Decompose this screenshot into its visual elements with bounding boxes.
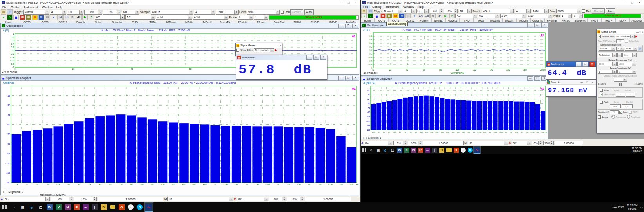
- minimize-button[interactable]: —: [636, 31, 639, 33]
- multimeter-titlebar[interactable]: ▦ Multimeter — ❐ ✕: [236, 55, 327, 60]
- menu-file[interactable]: File: [0, 5, 9, 9]
- menu-window[interactable]: Window: [40, 5, 54, 9]
- powerpoint-icon[interactable]: P: [417, 146, 424, 154]
- save-icon[interactable]: ◫: [7, 9, 13, 15]
- record-length-select[interactable]: 9600▼: [556, 9, 581, 13]
- loop-checkbox[interactable]: ✓: [619, 111, 622, 114]
- coupling-b-select[interactable]: AC▼: [125, 15, 155, 20]
- oscilloscope-titlebar[interactable]: ∿ Oscilloscope — ❐ ✕: [1, 23, 359, 29]
- dds-checkbox[interactable]: [629, 111, 632, 114]
- minimize-button[interactable]: —: [338, 24, 344, 28]
- save-icon[interactable]: ◫: [638, 47, 642, 51]
- word-icon[interactable]: W: [45, 202, 54, 212]
- taskbar-clock[interactable]: 11:37 PM4/3/2017: [627, 204, 637, 210]
- gen-channel-select[interactable]: A▼: [616, 47, 624, 51]
- minimize-button[interactable]: —: [338, 76, 344, 80]
- trigger-mode-select[interactable]: Normal▼: [383, 9, 402, 13]
- edge-icon[interactable]: e: [382, 146, 389, 154]
- speaker-icon[interactable]: ◀»: [437, 13, 442, 18]
- info-icon[interactable]: i: [459, 146, 466, 154]
- visual-studio-icon[interactable]: ∞: [81, 202, 90, 212]
- save-icon[interactable]: ◫: [368, 9, 373, 14]
- menu-window[interactable]: Window: [401, 5, 416, 9]
- channel-a-multiplier-field[interactable]: 1.00000: [98, 197, 163, 201]
- sweep-frequency-radio[interactable]: [611, 115, 615, 119]
- probe-b-select[interactable]: 1▼: [254, 15, 268, 20]
- bit-depth-select[interactable]: 16Bit▼: [216, 10, 239, 15]
- trigger-source-select[interactable]: A▼: [403, 9, 415, 13]
- multi-instrument-icon[interactable]: ∿: [473, 146, 481, 154]
- close-button[interactable]: ×: [279, 44, 281, 47]
- start-button[interactable]: [361, 146, 368, 154]
- restore-button[interactable]: ❐: [345, 24, 351, 28]
- channel-b-offset-spinner[interactable]: 0%▲▼: [532, 141, 542, 145]
- gen-bits-select[interactable]: 16Bit▼: [625, 47, 637, 51]
- sweep-checkbox[interactable]: [598, 115, 601, 119]
- maximize-button[interactable]: □: [585, 81, 590, 84]
- trigger-level-spinner[interactable]: 0%▲▼: [84, 10, 102, 15]
- range-b-select[interactable]: ± 1V▼: [527, 14, 552, 18]
- multimeter-icon[interactable]: ▦: [20, 15, 25, 20]
- minimize-button[interactable]: —: [306, 55, 312, 60]
- minimize-button[interactable]: —: [579, 81, 584, 84]
- search-icon[interactable]: ○: [9, 202, 18, 212]
- spectrum-analyzer-icon[interactable]: ▅: [13, 15, 19, 20]
- waveform-a-select[interactable]: PinkNoise▼: [598, 53, 617, 57]
- oscilloscope-plot[interactable]: 10.80.60.40.20.0-0.2-0.4-0.6-0.8-1020406…: [362, 31, 547, 75]
- menu-help[interactable]: Help: [54, 5, 64, 9]
- file-explorer-icon[interactable]: [445, 146, 452, 154]
- start-dsc-field[interactable]: 0: [616, 39, 624, 43]
- menu-instrument[interactable]: Instrument: [22, 5, 40, 9]
- powerpoint-icon[interactable]: P: [72, 202, 81, 212]
- close-button[interactable]: ×: [642, 31, 643, 33]
- minimize-button[interactable]: —: [339, 1, 345, 4]
- open-icon[interactable]: ▤: [1, 9, 6, 15]
- office-icon[interactable]: O: [452, 146, 459, 154]
- file-explorer-icon[interactable]: [108, 202, 117, 212]
- frequency-a-select[interactable]: 1000▼: [598, 62, 617, 66]
- gen-rate-select[interactable]: 48kHz▼: [599, 47, 615, 51]
- lcr-meter-icon[interactable]: ◫: [45, 15, 50, 20]
- channel-a-display-select[interactable]: On▼: [364, 141, 392, 145]
- channel-a-offset-spinner[interactable]: 0%▲▼: [393, 141, 407, 145]
- probe-a-select[interactable]: 1▼: [238, 15, 253, 20]
- tools-icon[interactable]: ⊕: [430, 13, 436, 18]
- auto-button[interactable]: Auto: [606, 8, 615, 14]
- close-button[interactable]: ✕: [541, 23, 547, 27]
- spectrum-plot[interactable]: -15-30-45-60-75-90-105-120-135-15012.516…: [2, 85, 359, 186]
- spectrum-3d-plot-icon[interactable]: ▩: [26, 15, 31, 20]
- store-icon[interactable]: ▢: [389, 146, 396, 154]
- menu-setting[interactable]: Setting: [9, 5, 22, 9]
- restore-button[interactable]: ❐: [534, 23, 540, 27]
- channel-a-multiplier-field[interactable]: 1.00000: [423, 141, 464, 145]
- trigger-edge-select[interactable]: Up▼: [67, 10, 83, 15]
- loopback-select[interactable]: No Loopback ▼: [615, 35, 635, 38]
- run-icon[interactable]: ●: [361, 13, 367, 18]
- tools-icon[interactable]: ⊕: [70, 15, 75, 20]
- echo-only-checkbox[interactable]: [625, 40, 628, 43]
- info-icon[interactable]: i: [126, 202, 135, 212]
- close-button[interactable]: ✕: [352, 24, 358, 28]
- fade-out-field[interactable]: 0.01: [622, 104, 633, 108]
- d-icon[interactable]: D: [438, 146, 445, 154]
- language-indicator[interactable]: ENG: [618, 206, 624, 208]
- search-icon[interactable]: ○: [368, 146, 375, 154]
- device-test-plan-icon[interactable]: ▤: [399, 13, 405, 18]
- more-button[interactable]: ...: [617, 53, 622, 57]
- mask-checkbox[interactable]: [600, 89, 603, 92]
- coupling-a-select[interactable]: AC▼: [455, 14, 477, 18]
- record-length-select[interactable]: 9600▼: [247, 10, 280, 15]
- pan-icon[interactable]: ↱: [89, 15, 94, 20]
- close-button[interactable]: ×: [590, 81, 595, 84]
- channel-b-display-select[interactable]: Off▼: [237, 197, 268, 201]
- coupling-b-select[interactable]: AC▼: [478, 14, 499, 18]
- maximize-button[interactable]: □: [629, 1, 635, 4]
- close-button[interactable]: ×: [353, 1, 359, 4]
- volume-icon[interactable]: ◀»: [614, 206, 617, 208]
- open-icon[interactable]: ▤: [361, 9, 367, 14]
- skype-icon[interactable]: S: [466, 146, 473, 154]
- minimize-button[interactable]: —: [576, 62, 582, 67]
- roll-checkbox-box[interactable]: [281, 11, 284, 14]
- close-button[interactable]: ✕: [589, 62, 595, 67]
- roll-checkbox[interactable]: Roll: [582, 9, 591, 13]
